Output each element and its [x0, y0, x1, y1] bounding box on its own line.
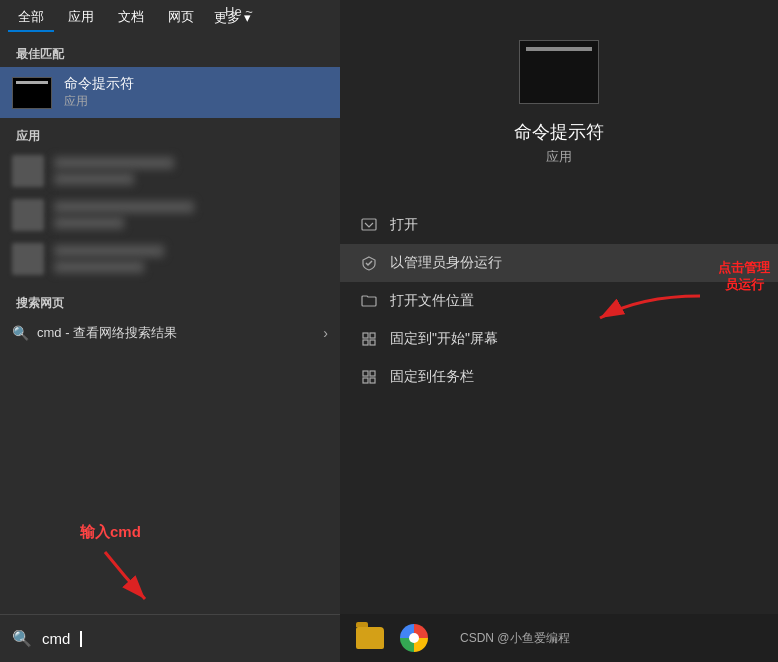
left-panel: 最佳匹配 命令提示符 应用 应用 搜索网页: [0, 36, 340, 614]
list-item[interactable]: [0, 149, 340, 193]
search-web-left: 🔍 cmd - 查看网络搜索结果: [12, 324, 177, 342]
best-match-type: 应用: [64, 93, 134, 110]
magnifier-icon: 🔍: [12, 325, 29, 341]
input-cmd-annotation: 输入cmd: [80, 523, 141, 542]
action-pin-taskbar[interactable]: 固定到任务栏: [340, 358, 778, 396]
app-name-1: [54, 157, 174, 169]
search-web-text: cmd - 查看网络搜索结果: [37, 324, 177, 342]
action-open[interactable]: 打开: [340, 206, 778, 244]
bottom-search-bar[interactable]: 🔍 cmd: [0, 614, 340, 662]
folder-icon: [360, 292, 378, 310]
top-bar: 全部 应用 文档 网页 更多 ▾: [0, 0, 340, 36]
chevron-right-icon: ›: [323, 325, 328, 341]
action-open-location[interactable]: 打开文件位置: [340, 282, 778, 320]
search-web-item[interactable]: 🔍 cmd - 查看网络搜索结果 ›: [0, 316, 340, 350]
svg-rect-3: [363, 340, 368, 345]
svg-rect-4: [370, 340, 375, 345]
best-match-text: 命令提示符 应用: [64, 75, 134, 110]
pin-taskbar-icon: [360, 368, 378, 386]
list-item[interactable]: [0, 193, 340, 237]
taskbar-folder[interactable]: [352, 620, 388, 656]
search-input-value[interactable]: cmd: [42, 630, 70, 647]
tab-docs[interactable]: 文档: [108, 4, 154, 32]
tab-apps[interactable]: 应用: [58, 4, 104, 32]
red-arrow-svg: [580, 288, 710, 338]
app-name-3: [54, 245, 164, 257]
app-detail-icon: [519, 40, 599, 104]
svg-rect-2: [370, 333, 375, 338]
apps-title: 应用: [0, 118, 340, 149]
action-run-admin[interactable]: 以管理员身份运行: [340, 244, 778, 282]
search-icon: 🔍: [12, 629, 32, 648]
svg-rect-1: [363, 333, 368, 338]
app-detail-type: 应用: [546, 148, 572, 166]
app-icon-3: [12, 243, 44, 275]
app-name-2: [54, 201, 194, 213]
taskbar-chrome[interactable]: [396, 620, 432, 656]
svg-rect-8: [370, 378, 375, 383]
action-pin-start[interactable]: 固定到"开始"屏幕: [340, 320, 778, 358]
app-icon-2: [12, 199, 44, 231]
search-web-title: 搜索网页: [0, 285, 340, 316]
app-type-1: [54, 173, 134, 185]
folder-taskbar-icon: [356, 627, 384, 649]
app-icon-1: [12, 155, 44, 187]
action-admin-label: 以管理员身份运行: [390, 254, 502, 272]
chrome-icon: [400, 624, 428, 652]
app-type-2: [54, 217, 124, 229]
pin-start-icon: [360, 330, 378, 348]
app-detail-name: 命令提示符: [514, 120, 604, 144]
svg-rect-6: [370, 371, 375, 376]
input-arrow-svg: [95, 547, 155, 607]
action-pin-start-label: 固定到"开始"屏幕: [390, 330, 498, 348]
action-list: 打开 以管理员身份运行 打开文件位置: [340, 206, 778, 396]
taskbar-right: CSDN @小鱼爱编程: [340, 614, 778, 662]
list-item[interactable]: [0, 237, 340, 281]
action-pin-taskbar-label: 固定到任务栏: [390, 368, 474, 386]
action-location-label: 打开文件位置: [390, 292, 474, 310]
he-label: He ~: [225, 0, 253, 22]
action-open-label: 打开: [390, 216, 418, 234]
app-detail: 命令提示符 应用: [340, 0, 778, 206]
svg-rect-5: [363, 371, 368, 376]
search-web-section: 搜索网页 🔍 cmd - 查看网络搜索结果 ›: [0, 285, 340, 350]
tab-web[interactable]: 网页: [158, 4, 204, 32]
text-cursor: [80, 631, 82, 647]
csdn-label: CSDN @小鱼爱编程: [460, 630, 570, 647]
open-icon: [360, 216, 378, 234]
best-match-name: 命令提示符: [64, 75, 134, 93]
app-type-3: [54, 261, 144, 273]
svg-rect-0: [362, 219, 376, 230]
shield-icon: [360, 254, 378, 272]
annotation-admin-text: 点击管理 员运行: [718, 260, 770, 294]
svg-rect-7: [363, 378, 368, 383]
right-panel: 命令提示符 应用 打开 以管理员身份运行: [340, 0, 778, 662]
cmd-icon: [12, 77, 52, 109]
best-match-title: 最佳匹配: [0, 36, 340, 67]
tab-all[interactable]: 全部: [8, 4, 54, 32]
best-match-item[interactable]: 命令提示符 应用: [0, 67, 340, 118]
